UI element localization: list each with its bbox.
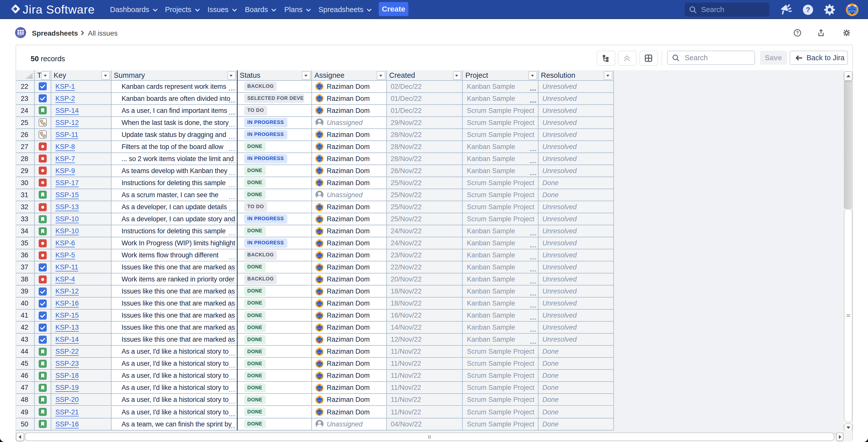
svg-text:?: ? xyxy=(796,30,799,35)
svg-text:?: ? xyxy=(806,6,810,13)
